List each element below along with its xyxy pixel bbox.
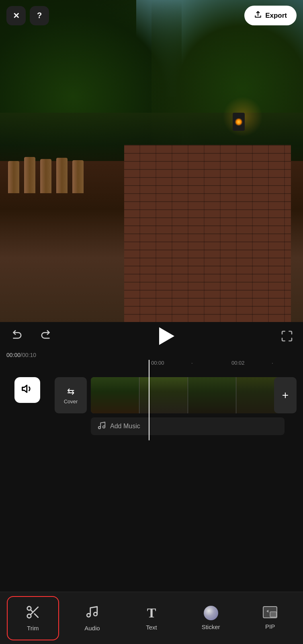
fence-post [8,161,19,193]
video-strip[interactable] [91,377,285,413]
volume-icon [21,383,33,398]
fence-post [56,158,68,193]
top-bar: ✕ ? Export [0,0,303,29]
app-container: ✕ ? Export [0,0,303,644]
strip-segment-1 [91,377,139,413]
controls-bar [0,322,303,350]
sticker-icon [204,606,218,620]
fence-post [40,159,51,193]
music-icon [97,421,106,432]
redo-button[interactable] [37,327,53,346]
sticker-label: Sticker [202,623,220,630]
scissors-icon [25,605,41,621]
fence-post [24,157,35,193]
trim-label: Trim [27,625,39,632]
svg-line-6 [35,614,38,617]
undo-button[interactable] [10,327,26,346]
lantern-body [233,113,245,131]
svg-marker-0 [23,385,27,392]
video-preview: ✕ ? Export [0,0,303,322]
playhead [149,360,149,440]
strip-segment-2 [139,377,188,413]
toolbar-item-audio[interactable]: Audio [66,596,118,640]
cover-icon: ⇆ [67,386,74,397]
fence-post [72,160,84,193]
timeline-tracks: ⇆ Cover + [6,371,297,423]
play-button[interactable] [159,327,174,345]
help-button[interactable]: ? [30,6,49,25]
fence-posts [8,97,114,193]
play-icon [159,327,174,345]
close-button[interactable]: ✕ [6,6,26,25]
volume-button[interactable] [14,377,40,403]
time-marker-0: 00:00 [151,360,164,366]
ctrl-left [10,327,53,346]
svg-point-1 [98,426,101,429]
strip-segment-3 [188,377,236,413]
add-clip-icon: + [282,389,289,402]
cover-label: Cover [64,398,78,405]
svg-line-7 [31,610,33,612]
export-button[interactable]: Export [244,6,297,25]
timeline-area: 00:00 · 00:02 · ⇆ Cover [0,360,303,592]
add-music-track[interactable]: Add Music [91,417,285,435]
bottom-toolbar: Trim Audio T Text Sticker [0,592,303,644]
video-background [0,0,303,322]
time-dot-2: · [272,360,273,366]
export-icon [254,10,262,21]
text-label: Text [146,624,157,631]
pip-label: PIP [265,623,275,630]
cover-clip[interactable]: ⇆ Cover [55,377,87,413]
svg-rect-11 [270,612,276,617]
time-current: 00:00 [6,352,20,358]
add-clip-button[interactable]: + [274,377,297,413]
top-bar-left: ✕ ? [6,6,49,25]
export-label: Export [265,12,287,20]
toolbar-item-pip[interactable]: PIP [244,596,296,640]
time-dot-1: · [191,360,193,366]
brick-pattern [124,145,291,322]
music-label: Add Music [110,423,140,430]
toolbar-item-sticker[interactable]: Sticker [185,596,237,640]
timeline-ruler: 00:00 · 00:02 · [6,360,297,371]
time-display: 00:00 / 00:10 [0,350,303,360]
time-total: 00:10 [22,352,36,358]
toolbar-item-text[interactable]: T Text [125,596,178,640]
svg-point-2 [103,425,105,428]
time-marker-2: 00:02 [231,360,245,366]
text-t-icon: T [147,605,156,621]
lantern-light [235,118,243,126]
note-icon [85,605,99,621]
audio-label: Audio [84,625,100,632]
fullscreen-button[interactable] [280,330,293,343]
svg-point-9 [94,612,98,616]
toolbar-item-trim[interactable]: Trim [7,596,59,640]
pip-icon [263,606,277,620]
svg-point-8 [87,613,91,617]
lantern [231,113,247,137]
